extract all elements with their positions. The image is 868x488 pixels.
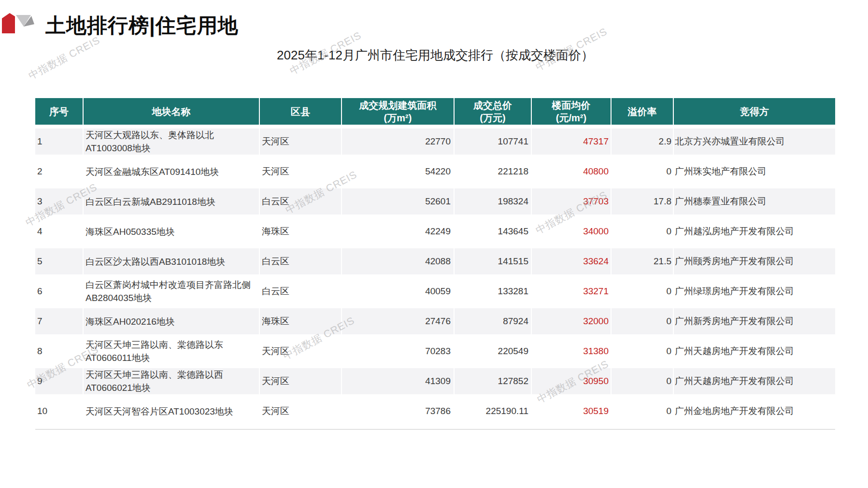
table-row: 9 天河区天坤三路以南、棠德路以西AT0606021地块 天河区 41309 1… xyxy=(35,366,835,396)
rank-cell: 9 xyxy=(35,366,83,396)
total-price-cell: 220549 xyxy=(454,336,531,366)
total-price-cell: 198324 xyxy=(454,187,531,216)
total-price-cell: 225190.11 xyxy=(454,396,531,426)
winner-cell: 广州绿璟房地产开发有限公司 xyxy=(673,276,835,306)
table-row: 1 天河区大观路以东、奥体路以北AT1003008地块 天河区 22770 10… xyxy=(35,127,835,157)
rank-cell: 6 xyxy=(35,276,83,306)
col-header-total-price: 成交总价(万元) xyxy=(454,98,531,127)
planned-area-cell: 73786 xyxy=(342,396,454,426)
district-cell: 海珠区 xyxy=(259,306,342,336)
table-title: 2025年1-12月广州市住宅用地成交排行（按成交楼面价） xyxy=(35,47,835,64)
premium-rate-cell: 0 xyxy=(611,396,673,426)
winner-cell: 广州天越房地产开发有限公司 xyxy=(673,336,835,366)
district-cell: 白云区 xyxy=(259,246,342,276)
floor-price-cell: 40800 xyxy=(531,157,611,187)
premium-rate-cell: 21.5 xyxy=(611,246,673,276)
district-cell: 天河区 xyxy=(259,127,342,157)
rank-cell: 4 xyxy=(35,216,83,246)
table-row: 6 白云区萧岗村城中村改造项目齐富路北侧AB2804035地块 白云区 4005… xyxy=(35,276,835,306)
premium-rate-cell: 0 xyxy=(611,336,673,366)
col-header-rank: 序号 xyxy=(35,98,83,127)
table-header-row: 序号 地块名称 区县 成交规划建筑面积(万m²) 成交总价(万元) 楼面均价(元… xyxy=(35,98,835,127)
plot-name-cell: 天河区天坤三路以南、棠德路以西AT0606021地块 xyxy=(83,366,259,396)
floor-price-cell: 30950 xyxy=(531,366,611,396)
planned-area-cell: 54220 xyxy=(342,157,454,187)
plot-name-cell: 天河区金融城东区AT091410地块 xyxy=(83,157,259,187)
rank-cell: 1 xyxy=(35,127,83,157)
floor-price-cell: 37703 xyxy=(531,187,611,216)
planned-area-cell: 70283 xyxy=(342,336,454,366)
planned-area-cell: 27476 xyxy=(342,306,454,336)
district-cell: 天河区 xyxy=(259,336,342,366)
total-price-cell: 143645 xyxy=(454,216,531,246)
creis-logo-mark xyxy=(2,12,37,34)
winner-cell: 广州穗泰置业有限公司 xyxy=(673,187,835,216)
col-header-floor-price: 楼面均价(元/m²) xyxy=(531,98,611,127)
col-header-winner: 竞得方 xyxy=(673,98,835,127)
table-row: 8 天河区天坤三路以南、棠德路以东AT0606011地块 天河区 70283 2… xyxy=(35,336,835,366)
winner-cell: 广州新秀房地产开发有限公司 xyxy=(673,306,835,336)
table-row: 5 白云区沙太路以西AB3101018地块 白云区 42088 141515 3… xyxy=(35,246,835,276)
total-price-cell: 107741 xyxy=(454,127,531,157)
floor-price-cell: 31380 xyxy=(531,336,611,366)
district-cell: 天河区 xyxy=(259,396,342,426)
plot-name-cell: 白云区白云新城AB2911018地块 xyxy=(83,187,259,216)
floor-price-cell: 33271 xyxy=(531,276,611,306)
planned-area-cell: 22770 xyxy=(342,127,454,157)
plot-name-cell: 天河区天坤三路以南、棠德路以东AT0606011地块 xyxy=(83,336,259,366)
creis-logo xyxy=(2,12,37,34)
table-row: 4 海珠区AH050335地块 海珠区 42249 143645 34000 0… xyxy=(35,216,835,246)
premium-rate-cell: 2.9 xyxy=(611,127,673,157)
plot-name-cell: 白云区萧岗村城中村改造项目齐富路北侧AB2804035地块 xyxy=(83,276,259,306)
planned-area-cell: 41309 xyxy=(342,366,454,396)
district-cell: 海珠区 xyxy=(259,216,342,246)
floor-price-cell: 30519 xyxy=(531,396,611,426)
plot-name-cell: 天河区大观路以东、奥体路以北AT1003008地块 xyxy=(83,127,259,157)
total-price-cell: 221218 xyxy=(454,157,531,187)
total-price-cell: 127852 xyxy=(454,366,531,396)
table-bottom-rule xyxy=(35,429,835,430)
page-title: 土地排行榜|住宅用地 xyxy=(45,12,239,39)
planned-area-cell: 42249 xyxy=(342,216,454,246)
rank-cell: 2 xyxy=(35,157,83,187)
total-price-cell: 87924 xyxy=(454,306,531,336)
floor-price-cell: 32000 xyxy=(531,306,611,336)
premium-rate-cell: 0 xyxy=(611,216,673,246)
plot-name-cell: 海珠区AH050335地块 xyxy=(83,216,259,246)
winner-cell: 广州越泓房地产开发有限公司 xyxy=(673,216,835,246)
plot-name-cell: 天河区天河智谷片区AT1003023地块 xyxy=(83,396,259,426)
col-header-plot-name: 地块名称 xyxy=(83,98,259,127)
winner-cell: 广州金地房地产开发有限公司 xyxy=(673,396,835,426)
rank-cell: 3 xyxy=(35,187,83,216)
premium-rate-cell: 0 xyxy=(611,276,673,306)
winner-cell: 广州珠实地产有限公司 xyxy=(673,157,835,187)
report-page: 土地排行榜|住宅用地 2025年1-12月广州市住宅用地成交排行（按成交楼面价）… xyxy=(0,0,868,488)
table-row: 2 天河区金融城东区AT091410地块 天河区 54220 221218 40… xyxy=(35,157,835,187)
winner-cell: 广州天越房地产开发有限公司 xyxy=(673,366,835,396)
rank-cell: 8 xyxy=(35,336,83,366)
planned-area-cell: 42088 xyxy=(342,246,454,276)
land-ranking-table: 序号 地块名称 区县 成交规划建筑面积(万m²) 成交总价(万元) 楼面均价(元… xyxy=(35,98,835,428)
col-header-planned-area: 成交规划建筑面积(万m²) xyxy=(342,98,454,127)
plot-name-cell: 海珠区AH020216地块 xyxy=(83,306,259,336)
col-header-district: 区县 xyxy=(259,98,342,127)
plot-name-cell: 白云区沙太路以西AB3101018地块 xyxy=(83,246,259,276)
floor-price-cell: 47317 xyxy=(531,127,611,157)
rank-cell: 5 xyxy=(35,246,83,276)
premium-rate-cell: 17.8 xyxy=(611,187,673,216)
district-cell: 天河区 xyxy=(259,157,342,187)
total-price-cell: 133281 xyxy=(454,276,531,306)
district-cell: 天河区 xyxy=(259,366,342,396)
district-cell: 白云区 xyxy=(259,187,342,216)
col-header-premium-rate: 溢价率 xyxy=(611,98,673,127)
table-row: 3 白云区白云新城AB2911018地块 白云区 52601 198324 37… xyxy=(35,187,835,216)
premium-rate-cell: 0 xyxy=(611,366,673,396)
table-row: 10 天河区天河智谷片区AT1003023地块 天河区 73786 225190… xyxy=(35,396,835,426)
total-price-cell: 141515 xyxy=(454,246,531,276)
planned-area-cell: 52601 xyxy=(342,187,454,216)
premium-rate-cell: 0 xyxy=(611,306,673,336)
floor-price-cell: 33624 xyxy=(531,246,611,276)
floor-price-cell: 34000 xyxy=(531,216,611,246)
district-cell: 白云区 xyxy=(259,276,342,306)
table-row: 7 海珠区AH020216地块 海珠区 27476 87924 32000 0 … xyxy=(35,306,835,336)
